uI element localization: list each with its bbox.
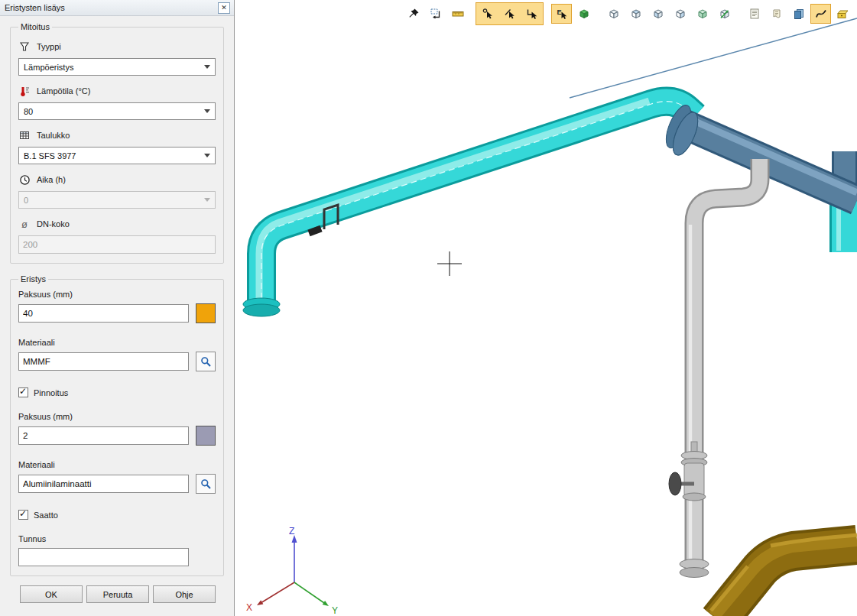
toolbar-group-snap: [476, 2, 544, 25]
cube-wireframe-icon-2[interactable]: [625, 4, 646, 24]
thermometer-icon: [18, 85, 31, 97]
element-select-icon[interactable]: E: [551, 4, 572, 24]
chevron-down-icon: [204, 65, 210, 69]
pinnoitus-label: Pinnoitus: [34, 388, 68, 397]
pin-icon[interactable]: [403, 4, 424, 24]
taulukko-value: B.1 SFS 3977: [24, 151, 76, 160]
toolbar-group-docs: [742, 2, 855, 25]
coating-color-swatch[interactable]: [196, 426, 216, 446]
insulation-color-swatch[interactable]: [196, 303, 216, 323]
lampotila-label: Lämpötila (°C): [37, 86, 90, 96]
ruler-icon[interactable]: [447, 4, 468, 24]
group-mitoitus-legend: Mitoitus: [18, 22, 52, 31]
drawer-icon[interactable]: [833, 4, 853, 24]
slope-snap-icon[interactable]: [499, 4, 520, 24]
saatto-row[interactable]: Saatto: [18, 510, 216, 520]
cube-wireframe-icon-4[interactable]: [670, 4, 690, 24]
saatto-checkbox[interactable]: [18, 510, 28, 520]
toolbar-group-select: E: [550, 2, 596, 25]
paksuus-input[interactable]: [18, 304, 189, 323]
axis-label-z: Z: [289, 526, 294, 537]
svg-text:E: E: [557, 8, 561, 16]
lampotila-value: 80: [24, 107, 33, 116]
viewport-toolbar: E: [401, 2, 855, 25]
tunnus-label: Tunnus: [18, 534, 216, 543]
viewport-canvas[interactable]: Z X Y: [235, 0, 857, 616]
perpendicular-snap-icon[interactable]: [521, 4, 542, 24]
table-icon: [18, 129, 31, 141]
pinnoitus-row[interactable]: Pinnoitus: [18, 387, 216, 397]
materiaali-input[interactable]: [18, 352, 189, 371]
cube-wireframe-icon-1[interactable]: [603, 4, 624, 24]
tunnus-input[interactable]: [18, 548, 189, 566]
taulukko-combobox[interactable]: B.1 SFS 3977: [18, 147, 216, 164]
group-mitoitus: Mitoitus Tyyppi Lämpöeristys Lämpötila (…: [10, 22, 224, 264]
cube-arrow-icon[interactable]: [714, 4, 735, 24]
clock-icon: [18, 173, 31, 186]
axis-label-x: X: [246, 602, 252, 613]
help-button[interactable]: Ohje: [153, 585, 216, 603]
pipe-gray[interactable]: [669, 159, 760, 578]
measure-transform-icon[interactable]: [425, 4, 446, 24]
diameter-icon: ø: [18, 218, 31, 230]
pinnoitus-paksuus-label: Paksuus (mm): [18, 412, 216, 421]
pinnoitus-materiaali-search-button[interactable]: [196, 474, 216, 494]
valve-small[interactable]: [309, 229, 321, 233]
insulation-dialog: Eristysten lisäys ✕ Mitoitus Tyyppi Lämp…: [0, 0, 235, 616]
valve-handwheel[interactable]: [669, 472, 681, 495]
dialog-titlebar[interactable]: Eristysten lisäys ✕: [0, 0, 234, 16]
dialog-title: Eristysten lisäys: [5, 3, 65, 12]
solid-cube-icon[interactable]: [573, 4, 594, 24]
saatto-label: Saatto: [34, 511, 58, 520]
pinnoitus-paksuus-input[interactable]: [18, 426, 189, 445]
paksuus-label: Paksuus (mm): [18, 290, 216, 299]
axis-label-y: Y: [332, 605, 338, 616]
pinnoitus-materiaali-input[interactable]: [18, 475, 189, 493]
pipe-brown[interactable]: [711, 535, 857, 616]
aika-combobox: 0: [18, 191, 216, 209]
selection-guide-line: [570, 18, 857, 98]
aika-value: 0: [24, 196, 28, 205]
group-eristys-legend: Eristys: [18, 274, 48, 284]
dn-input: [18, 235, 216, 254]
chevron-down-icon: [204, 198, 210, 202]
layers-icon[interactable]: [788, 4, 809, 24]
tyyppi-combobox[interactable]: Lämpöeristys: [18, 58, 216, 76]
taulukko-label: Taulukko: [37, 131, 70, 140]
search-icon: [200, 356, 212, 368]
3d-scene[interactable]: Z X Y: [235, 0, 857, 616]
scroll-icon[interactable]: [766, 4, 787, 24]
cancel-button[interactable]: Peruuta: [86, 585, 149, 603]
close-icon[interactable]: ✕: [218, 2, 230, 14]
pinnoitus-checkbox[interactable]: [18, 387, 28, 397]
group-eristys: Eristys Paksuus (mm) Materiaali Pinnoitu…: [10, 274, 224, 576]
search-icon: [200, 478, 212, 490]
pinnoitus-materiaali-label: Materiaali: [18, 460, 216, 469]
materiaali-search-button[interactable]: [196, 352, 216, 371]
dn-label: DN-koko: [37, 219, 70, 229]
angle-snap-icon[interactable]: [477, 4, 498, 24]
chevron-down-icon: [204, 154, 210, 157]
pipe-selected-cyan[interactable]: [243, 101, 695, 316]
lampotila-combobox[interactable]: 80: [18, 102, 216, 120]
axis-triad: Z X Y: [246, 526, 338, 616]
ok-button[interactable]: OK: [20, 585, 83, 603]
materiaali-label: Materiaali: [18, 338, 216, 347]
tyyppi-value: Lämpöeristys: [24, 63, 73, 72]
cube-shaded-icon[interactable]: [692, 4, 713, 24]
notes-icon[interactable]: [744, 4, 764, 24]
filter-icon: [18, 41, 31, 53]
crosshair-cursor: [437, 251, 462, 276]
tyyppi-label: Tyyppi: [37, 42, 61, 51]
spline-icon[interactable]: [810, 4, 831, 24]
toolbar-group-general: [401, 2, 469, 25]
cube-wireframe-icon-3[interactable]: [648, 4, 668, 24]
toolbar-group-view-modes: [602, 2, 736, 25]
chevron-down-icon: [204, 109, 210, 113]
aika-label: Aika (h): [37, 175, 66, 184]
